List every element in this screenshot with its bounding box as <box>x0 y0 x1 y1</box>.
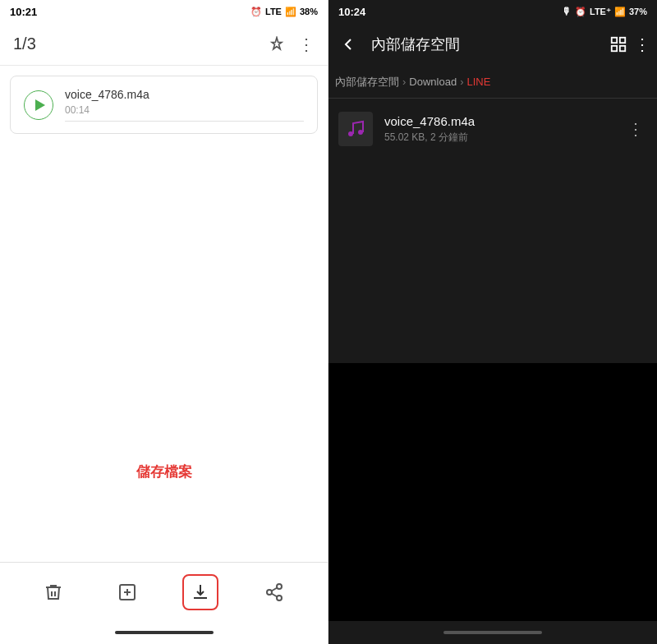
content-area: voice_4786.m4a 00:14 <box>0 66 328 562</box>
battery-right: 37% <box>629 7 647 16</box>
top-bar-left: 1/3 ⋮ <box>0 23 328 66</box>
status-bar-left: 10:21 ⏰ LTE 📶 38% <box>0 0 328 23</box>
lte-icon-right: LTE⁺ <box>590 7 611 17</box>
alarm-icon-right: ⏰ <box>575 7 586 17</box>
breadcrumb-bar: 內部儲存空間 › Download › LINE <box>328 66 657 99</box>
breadcrumb-sep-2: › <box>460 76 463 88</box>
page-indicator: 1/3 <box>13 34 36 53</box>
svg-rect-10 <box>612 46 617 51</box>
audio-info: voice_4786.m4a 00:14 <box>65 88 304 122</box>
left-nav-pill <box>115 631 214 634</box>
mic-icon: 🎙 <box>562 6 572 17</box>
file-list: voice_4786.m4a 55.02 KB, 2 分鐘前 ⋮ <box>328 99 657 363</box>
download-icon <box>191 582 210 602</box>
breadcrumb-line[interactable]: LINE <box>467 76 491 88</box>
delete-button[interactable] <box>35 574 71 610</box>
right-nav-pill <box>443 631 542 634</box>
breadcrumb-sep-1: › <box>402 76 406 88</box>
back-arrow-icon <box>338 34 358 54</box>
right-time: 10:24 <box>338 6 365 18</box>
right-status-icons: 🎙 ⏰ LTE⁺ 📶 37% <box>562 6 647 17</box>
file-icon-wrap <box>338 112 373 146</box>
trash-icon <box>44 582 63 602</box>
file-info: voice_4786.m4a 55.02 KB, 2 分鐘前 <box>384 114 613 145</box>
more-options-icon[interactable]: ⋮ <box>298 34 315 54</box>
play-triangle-icon <box>35 99 45 111</box>
share-button[interactable] <box>256 574 292 610</box>
svg-point-3 <box>277 584 282 589</box>
dark-bg <box>328 363 657 621</box>
svg-rect-9 <box>620 38 625 43</box>
alarm-icon: ⏰ <box>250 7 262 17</box>
right-nav-bar <box>328 621 657 644</box>
file-name: voice_4786.m4a <box>384 114 613 128</box>
svg-point-12 <box>348 131 353 136</box>
breadcrumb-download[interactable]: Download <box>409 76 457 88</box>
svg-point-5 <box>277 596 282 600</box>
bottom-bar-left <box>0 562 328 621</box>
right-more-options-button[interactable]: ⋮ <box>634 34 650 54</box>
add-button[interactable] <box>109 574 145 610</box>
audio-progress-bar <box>65 121 304 122</box>
svg-line-7 <box>272 587 278 591</box>
file-item[interactable]: voice_4786.m4a 55.02 KB, 2 分鐘前 ⋮ <box>328 102 657 156</box>
breadcrumb-storage[interactable]: 內部儲存空間 <box>335 75 399 90</box>
share-icon <box>264 582 284 602</box>
top-bar-right: 內部儲存空間 ⋮ <box>328 23 657 66</box>
pin-icon[interactable] <box>269 36 285 53</box>
lte-icon: LTE <box>265 7 282 16</box>
audio-duration: 00:14 <box>65 104 304 116</box>
save-download-button[interactable] <box>182 574 218 610</box>
add-icon <box>117 582 137 602</box>
svg-rect-8 <box>612 38 617 43</box>
svg-rect-11 <box>620 46 625 51</box>
left-time: 10:21 <box>10 6 37 18</box>
right-panel: 10:24 🎙 ⏰ LTE⁺ 📶 37% 內部儲存空間 <box>328 0 657 644</box>
top-bar-left-group: 內部儲存空間 <box>332 28 460 61</box>
audio-card: voice_4786.m4a 00:14 <box>10 76 318 134</box>
audio-filename: voice_4786.m4a <box>65 88 304 101</box>
grid-icon <box>609 35 627 53</box>
folder-title: 內部儲存空間 <box>371 34 460 54</box>
svg-line-6 <box>272 593 278 596</box>
battery-left: 38% <box>300 7 318 16</box>
left-status-icons: ⏰ LTE 📶 38% <box>250 7 318 17</box>
top-right-icons: ⋮ <box>269 34 315 54</box>
back-button[interactable] <box>332 28 365 61</box>
file-more-options[interactable]: ⋮ <box>624 117 647 140</box>
file-meta: 55.02 KB, 2 分鐘前 <box>384 131 613 145</box>
music-icon <box>346 119 365 139</box>
status-bar-right: 10:24 🎙 ⏰ LTE⁺ 📶 37% <box>328 0 657 23</box>
play-button[interactable] <box>24 90 53 120</box>
signal-icon: 📶 <box>285 7 296 17</box>
left-nav-bar <box>0 621 328 644</box>
top-bar-right-action-icons: ⋮ <box>609 34 650 54</box>
svg-point-13 <box>358 130 363 135</box>
left-panel: 10:21 ⏰ LTE 📶 38% 1/3 ⋮ voice_4786.m4a <box>0 0 328 644</box>
signal-icon-right: 📶 <box>614 7 626 17</box>
grid-view-button[interactable] <box>609 35 627 53</box>
svg-point-4 <box>267 590 272 595</box>
